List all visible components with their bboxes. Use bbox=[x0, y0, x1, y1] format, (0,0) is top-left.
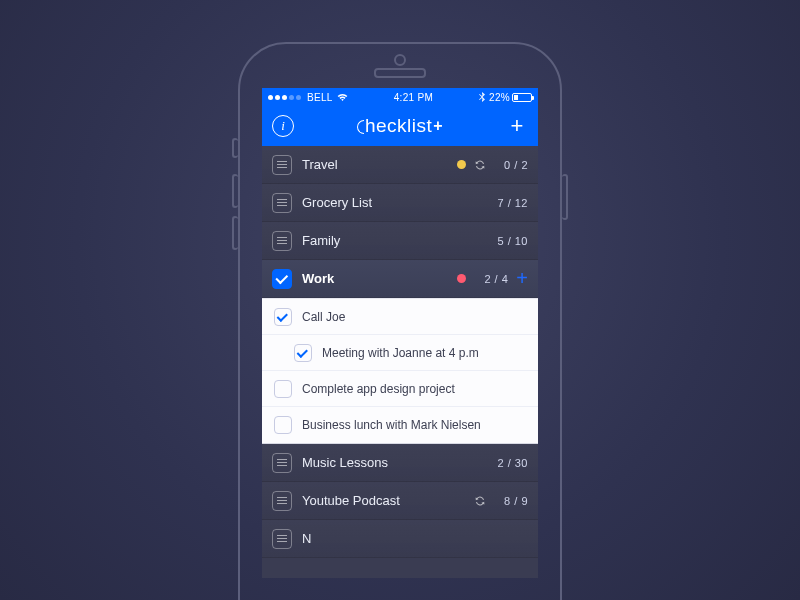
task-row[interactable]: Business lunch with Mark Nielsen bbox=[262, 407, 538, 443]
list-row[interactable]: Family5 / 10 bbox=[262, 222, 538, 260]
checkmark-icon[interactable] bbox=[272, 269, 292, 289]
lists-container: Travel0 / 2Grocery List7 / 12Family5 / 1… bbox=[262, 146, 538, 558]
device-volume-up bbox=[232, 174, 238, 208]
list-count: 5 / 10 bbox=[494, 235, 528, 247]
plus-icon: + bbox=[511, 113, 524, 138]
signal-dots-icon bbox=[268, 92, 303, 103]
sync-icon bbox=[474, 495, 486, 507]
list-title: Youtube Podcast bbox=[302, 493, 474, 508]
list-row[interactable]: N bbox=[262, 520, 538, 558]
list-title: Family bbox=[302, 233, 494, 248]
drag-handle-icon[interactable] bbox=[272, 231, 292, 251]
list-title: Grocery List bbox=[302, 195, 494, 210]
task-label: Meeting with Joanne at 4 p.m bbox=[322, 346, 479, 360]
brand-text: hecklist bbox=[365, 115, 432, 136]
list-count: 2 / 30 bbox=[494, 457, 528, 469]
checkbox-checked-icon[interactable] bbox=[274, 308, 292, 326]
color-dot-icon bbox=[457, 274, 466, 283]
list-title: Travel bbox=[302, 157, 457, 172]
bluetooth-icon bbox=[479, 92, 485, 102]
checkbox-empty-icon[interactable] bbox=[274, 380, 292, 398]
list-count: 8 / 9 bbox=[494, 495, 528, 507]
sync-icon bbox=[474, 159, 486, 171]
list-row[interactable]: Grocery List7 / 12 bbox=[262, 184, 538, 222]
list-count: 7 / 12 bbox=[494, 197, 528, 209]
app-title: hecklist+ bbox=[357, 115, 443, 137]
nav-bar: i hecklist+ + bbox=[262, 106, 538, 146]
wifi-icon bbox=[337, 93, 348, 102]
device-mute-switch bbox=[232, 138, 238, 158]
list-row[interactable]: Travel0 / 2 bbox=[262, 146, 538, 184]
status-bar: BELL 4:21 PM 22% bbox=[262, 88, 538, 106]
list-row[interactable]: Music Lessons2 / 30 bbox=[262, 444, 538, 482]
drag-handle-icon[interactable] bbox=[272, 491, 292, 511]
drag-handle-icon[interactable] bbox=[272, 453, 292, 473]
drag-handle-icon[interactable] bbox=[272, 529, 292, 549]
drag-handle-icon[interactable] bbox=[272, 155, 292, 175]
task-row[interactable]: Call Joe bbox=[262, 299, 538, 335]
task-label: Complete app design project bbox=[302, 382, 455, 396]
checkbox-empty-icon[interactable] bbox=[274, 416, 292, 434]
add-task-button[interactable]: + bbox=[516, 267, 528, 290]
drag-handle-icon[interactable] bbox=[272, 193, 292, 213]
add-list-button[interactable]: + bbox=[506, 113, 528, 139]
carrier-label: BELL bbox=[307, 92, 333, 103]
clock-label: 4:21 PM bbox=[348, 92, 479, 103]
task-row[interactable]: Complete app design project bbox=[262, 371, 538, 407]
brand-plus: + bbox=[433, 117, 443, 134]
list-title: Music Lessons bbox=[302, 455, 494, 470]
info-button[interactable]: i bbox=[272, 115, 294, 137]
task-panel: Call JoeMeeting with Joanne at 4 p.mComp… bbox=[262, 298, 538, 444]
checkbox-checked-icon[interactable] bbox=[294, 344, 312, 362]
list-row[interactable]: Youtube Podcast8 / 9 bbox=[262, 482, 538, 520]
list-count: 2 / 4 bbox=[474, 273, 508, 285]
device-power-button bbox=[562, 174, 568, 220]
device-volume-down bbox=[232, 216, 238, 250]
list-row[interactable]: Work2 / 4+ bbox=[262, 260, 538, 298]
task-label: Business lunch with Mark Nielsen bbox=[302, 418, 481, 432]
color-dot-icon bbox=[457, 160, 466, 169]
list-title: N bbox=[302, 531, 494, 546]
task-label: Call Joe bbox=[302, 310, 345, 324]
battery-pct-label: 22% bbox=[489, 92, 510, 103]
task-row[interactable]: Meeting with Joanne at 4 p.m bbox=[262, 335, 538, 371]
screen: BELL 4:21 PM 22% i hecklist+ + Travel0 /… bbox=[262, 88, 538, 578]
list-title: Work bbox=[302, 271, 457, 286]
info-icon: i bbox=[281, 118, 285, 134]
list-count: 0 / 2 bbox=[494, 159, 528, 171]
battery-icon bbox=[512, 93, 532, 102]
